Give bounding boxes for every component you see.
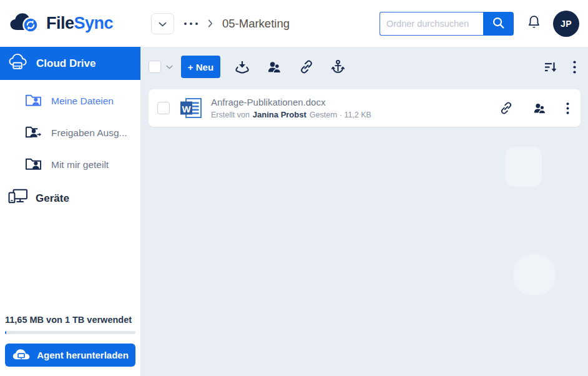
anchor-icon[interactable] bbox=[331, 59, 345, 74]
avatar-initials: JP bbox=[561, 19, 572, 29]
sidebar-item-cloud-drive[interactable]: Cloud Drive bbox=[0, 47, 140, 80]
app-title-part2: Sync bbox=[74, 14, 114, 32]
file-row[interactable]: W Anfrage-Publikationen.docx Erstellt vo… bbox=[149, 89, 581, 127]
select-all-checkbox[interactable] bbox=[149, 61, 161, 73]
download-agent-label: Agent herunterladen bbox=[37, 350, 129, 360]
share-users-icon[interactable] bbox=[532, 102, 547, 115]
sidebar-item-label: Meine Dateien bbox=[51, 96, 114, 107]
download-icon[interactable] bbox=[235, 60, 250, 74]
sidebar-item-devices[interactable]: Geräte bbox=[0, 188, 140, 209]
search-bar bbox=[380, 12, 514, 36]
share-users-icon[interactable] bbox=[267, 60, 282, 74]
app-title: FileSync bbox=[46, 14, 113, 33]
user-avatar[interactable]: JP bbox=[553, 11, 579, 37]
sidebar: Cloud Drive Meine Dateien Freigaben Ausg… bbox=[0, 47, 141, 376]
search-input[interactable] bbox=[380, 12, 483, 36]
chevron-down-icon bbox=[159, 18, 167, 29]
folder-dropdown-button[interactable] bbox=[151, 13, 174, 34]
file-info: Anfrage-Publikationen.docx Erstellt von … bbox=[211, 97, 371, 119]
selection-dropdown-chevron-icon[interactable] bbox=[166, 65, 173, 69]
folder-user-arrow-icon bbox=[25, 124, 42, 142]
top-bar: FileSync 05-Marketing JP bbox=[0, 0, 588, 47]
sidebar-item-my-files[interactable]: Meine Dateien bbox=[0, 85, 140, 117]
toolbar-view-controls bbox=[544, 61, 581, 74]
notifications-button[interactable] bbox=[527, 14, 541, 32]
creator-name: Janina Probst bbox=[253, 110, 306, 119]
link-icon[interactable] bbox=[299, 59, 314, 74]
sidebar-item-shared-with-me[interactable]: Mit mir geteilt bbox=[0, 149, 140, 181]
toolbar: + Neu bbox=[149, 55, 581, 79]
breadcrumb-ellipsis-icon[interactable] bbox=[184, 22, 198, 26]
created-by-label: Erstellt von bbox=[211, 111, 250, 119]
search-button[interactable] bbox=[483, 12, 514, 36]
current-folder-name: 05-Marketing bbox=[222, 17, 290, 31]
app-logo[interactable]: FileSync bbox=[0, 11, 141, 37]
folder-user-icon bbox=[25, 156, 42, 174]
agent-cloud-icon bbox=[12, 347, 31, 363]
sidebar-nav: Meine Dateien Freigaben Ausg... Mit mir … bbox=[0, 80, 140, 181]
app-title-part1: File bbox=[46, 14, 74, 32]
file-meta: Erstellt von Janina Probst Gestern · 11,… bbox=[211, 110, 371, 119]
file-name: Anfrage-Publikationen.docx bbox=[211, 97, 371, 107]
bell-icon bbox=[527, 14, 541, 32]
kebab-icon[interactable] bbox=[573, 61, 576, 74]
filesync-logo-icon bbox=[9, 11, 41, 37]
sidebar-footer: 11,65 MB von 1 TB verwendet Agent herunt… bbox=[0, 315, 140, 376]
background-watermark bbox=[506, 147, 542, 187]
link-icon[interactable] bbox=[499, 101, 513, 115]
sidebar-item-label: Cloud Drive bbox=[36, 57, 96, 70]
file-actions bbox=[499, 101, 572, 115]
new-button[interactable]: + Neu bbox=[181, 56, 220, 78]
cloud-drive-icon bbox=[8, 52, 29, 74]
storage-progress-bar bbox=[5, 331, 135, 334]
sidebar-item-label: Mit mir geteilt bbox=[51, 159, 109, 171]
toolbar-actions bbox=[235, 59, 345, 74]
svg-text:W: W bbox=[182, 104, 191, 114]
storage-usage-text: 11,65 MB von 1 TB verwendet bbox=[5, 315, 135, 325]
main-panel: + Neu bbox=[141, 47, 588, 376]
devices-icon bbox=[7, 188, 29, 209]
search-icon bbox=[492, 16, 505, 31]
folder-user-icon bbox=[25, 92, 42, 110]
background-watermark bbox=[513, 254, 556, 295]
breadcrumb: 05-Marketing bbox=[151, 13, 290, 34]
sort-desc-icon[interactable] bbox=[544, 61, 559, 74]
file-checkbox[interactable] bbox=[157, 102, 170, 114]
chevron-right-icon bbox=[208, 19, 213, 27]
download-agent-button[interactable]: Agent herunterladen bbox=[5, 344, 135, 367]
file-date-size: Gestern · 11,2 KB bbox=[310, 111, 371, 119]
sidebar-item-shared-outgoing[interactable]: Freigaben Ausg... bbox=[0, 117, 140, 149]
content-area: Cloud Drive Meine Dateien Freigaben Ausg… bbox=[0, 47, 588, 376]
sidebar-item-label: Freigaben Ausg... bbox=[51, 127, 127, 139]
storage-progress-fill bbox=[5, 331, 6, 334]
word-file-icon: W bbox=[179, 97, 202, 119]
kebab-icon[interactable] bbox=[566, 102, 569, 114]
sidebar-item-label: Geräte bbox=[36, 192, 69, 205]
